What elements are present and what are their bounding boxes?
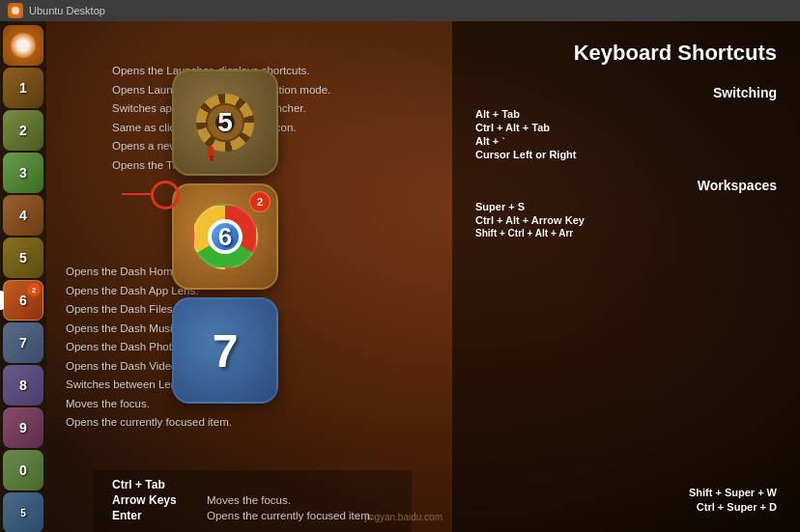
launcher-item-s[interactable]: 5 xyxy=(3,492,43,532)
launcher-item-0[interactable]: 0 xyxy=(3,450,43,490)
launcher-item-6[interactable]: 6 2 xyxy=(3,280,43,321)
shortcut-row-3: Alt + ` xyxy=(475,135,777,147)
workspace-row-3: Shift + Ctrl + Alt + Arr xyxy=(475,228,777,238)
shortcuts-section-switching: Switching Alt + Tab Ctrl + Alt + Tab Alt… xyxy=(475,85,777,160)
workspaces-title: Workspaces xyxy=(475,178,777,193)
app-icons-panel: 5 2 6 xyxy=(172,70,385,404)
main-area: Opens the Launcher, displays shortcuts. … xyxy=(46,21,800,532)
titlebar: Ubuntu Desktop xyxy=(0,0,800,21)
bs-row-ctrl-tab: Ctrl + Tab xyxy=(112,478,392,491)
shortcut-row-2: Ctrl + Alt + Tab xyxy=(475,122,777,133)
launcher: 1 2 3 4 5 6 2 7 8 9 0 5 xyxy=(0,21,46,532)
app-icon-6[interactable]: 2 6 xyxy=(172,183,278,290)
titlebar-title: Ubuntu Desktop xyxy=(29,5,105,16)
shortcuts-title: Keyboard Shortcuts xyxy=(475,41,777,66)
red-arrow xyxy=(122,193,151,195)
shortcut-row-1: Alt + Tab xyxy=(475,108,777,120)
workspace-row-1: Super + S xyxy=(475,201,777,212)
red-circle-pointer xyxy=(151,181,180,210)
launcher-item-3[interactable]: 3 xyxy=(3,153,43,193)
app-icon-7[interactable]: 7 xyxy=(172,297,278,404)
launcher-home-button[interactable] xyxy=(3,25,43,66)
titlebar-icon xyxy=(8,3,23,18)
bs-row-enter: Enter Opens the currently focused item. xyxy=(112,509,392,522)
workspaces-list: Super + S Ctrl + Alt + Arrow Key Shift +… xyxy=(475,201,777,238)
app-icon-6-badge: 2 xyxy=(249,191,271,212)
launcher-item-8[interactable]: 8 xyxy=(3,365,43,406)
bottom-left-shortcuts: Ctrl + Tab Arrow Keys Moves the focus. E… xyxy=(93,470,412,532)
launcher-item-2[interactable]: 2 xyxy=(3,110,43,151)
shortcuts-section-workspaces: Workspaces Super + S Ctrl + Alt + Arrow … xyxy=(475,178,777,238)
bottom-right-shortcuts: Shift + Super + W Ctrl + Super + D xyxy=(689,487,777,513)
shortcuts-panel: Keyboard Shortcuts Switching Alt + Tab C… xyxy=(452,21,800,532)
launcher-badge-6: 2 xyxy=(27,283,41,296)
launcher-item-1[interactable]: 1 xyxy=(3,68,43,108)
launcher-item-5[interactable]: 5 xyxy=(3,238,43,278)
launcher-item-4[interactable]: 4 xyxy=(3,195,43,236)
watermark: jingyan.baidu.com xyxy=(364,512,443,522)
switching-title: Switching xyxy=(475,85,777,100)
launcher-item-7[interactable]: 7 xyxy=(3,322,43,363)
br-shortcut-1: Shift + Super + W xyxy=(689,487,777,498)
switching-list: Alt + Tab Ctrl + Alt + Tab Alt + ` Curso… xyxy=(475,108,777,160)
svg-point-0 xyxy=(12,7,19,14)
bs-row-arrow-keys: Arrow Keys Moves the focus. xyxy=(112,493,392,507)
workspace-row-2: Ctrl + Alt + Arrow Key xyxy=(475,214,777,226)
shortcut-row-cursor: Cursor Left or Right xyxy=(475,149,777,160)
launcher-item-9[interactable]: 9 xyxy=(3,407,43,448)
app-icon-5[interactable]: 5 xyxy=(172,70,278,176)
br-shortcut-2: Ctrl + Super + D xyxy=(689,501,777,513)
